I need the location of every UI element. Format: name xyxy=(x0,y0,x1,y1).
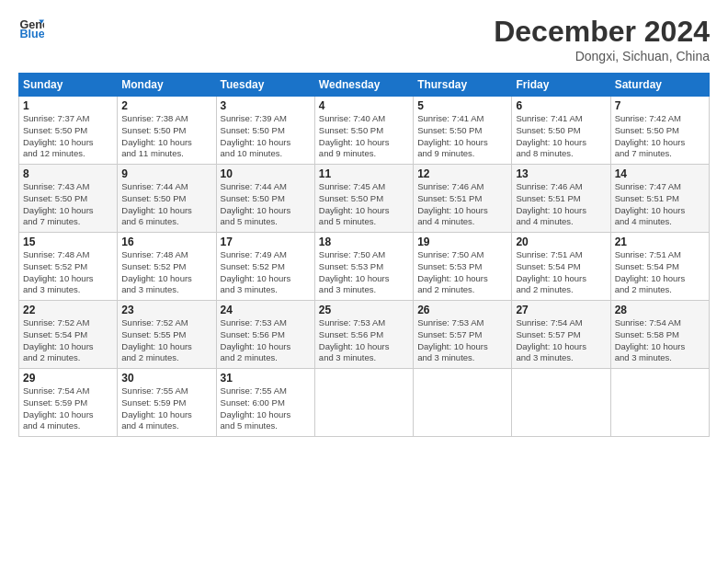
day-info: Sunrise: 7:44 AM Sunset: 5:50 PM Dayligh… xyxy=(121,181,211,228)
table-cell xyxy=(414,369,512,437)
day-info: Sunrise: 7:47 AM Sunset: 5:51 PM Dayligh… xyxy=(615,181,705,228)
day-info: Sunrise: 7:53 AM Sunset: 5:56 PM Dayligh… xyxy=(221,317,311,364)
day-info: Sunrise: 7:54 AM Sunset: 5:57 PM Dayligh… xyxy=(516,317,606,364)
day-info: Sunrise: 7:49 AM Sunset: 5:52 PM Dayligh… xyxy=(221,249,311,296)
table-cell: 17Sunrise: 7:49 AM Sunset: 5:52 PM Dayli… xyxy=(216,233,314,301)
day-number: 24 xyxy=(221,304,311,316)
day-number: 23 xyxy=(121,304,211,316)
day-info: Sunrise: 7:52 AM Sunset: 5:55 PM Dayligh… xyxy=(121,317,211,364)
calendar-row: 15Sunrise: 7:48 AM Sunset: 5:52 PM Dayli… xyxy=(19,233,710,301)
table-cell: 30Sunrise: 7:55 AM Sunset: 5:59 PM Dayli… xyxy=(118,369,216,437)
day-number: 18 xyxy=(319,236,409,248)
day-number: 11 xyxy=(319,167,409,180)
col-sunday: Sunday xyxy=(19,74,118,97)
day-number: 28 xyxy=(615,304,705,316)
day-info: Sunrise: 7:54 AM Sunset: 5:59 PM Dayligh… xyxy=(23,385,113,432)
calendar-row: 8Sunrise: 7:43 AM Sunset: 5:50 PM Daylig… xyxy=(19,165,710,233)
calendar-row: 1Sunrise: 7:37 AM Sunset: 5:50 PM Daylig… xyxy=(19,97,710,165)
table-cell: 5Sunrise: 7:41 AM Sunset: 5:50 PM Daylig… xyxy=(414,97,512,165)
table-cell: 26Sunrise: 7:53 AM Sunset: 5:57 PM Dayli… xyxy=(414,301,512,369)
day-info: Sunrise: 7:48 AM Sunset: 5:52 PM Dayligh… xyxy=(121,249,211,296)
day-info: Sunrise: 7:52 AM Sunset: 5:54 PM Dayligh… xyxy=(23,317,113,364)
table-cell: 29Sunrise: 7:54 AM Sunset: 5:59 PM Dayli… xyxy=(19,369,118,437)
day-number: 25 xyxy=(319,304,409,316)
day-number: 14 xyxy=(615,167,705,180)
col-friday: Friday xyxy=(512,74,610,97)
day-info: Sunrise: 7:41 AM Sunset: 5:50 PM Dayligh… xyxy=(417,113,507,160)
day-info: Sunrise: 7:51 AM Sunset: 5:54 PM Dayligh… xyxy=(516,249,606,296)
day-number: 15 xyxy=(23,236,113,248)
day-number: 20 xyxy=(516,236,606,248)
day-number: 4 xyxy=(319,99,409,112)
day-info: Sunrise: 7:55 AM Sunset: 6:00 PM Dayligh… xyxy=(221,385,311,432)
table-cell: 14Sunrise: 7:47 AM Sunset: 5:51 PM Dayli… xyxy=(610,165,709,233)
table-cell: 3Sunrise: 7:39 AM Sunset: 5:50 PM Daylig… xyxy=(216,97,314,165)
calendar-page: General Blue December 2024 Dongxi, Sichu… xyxy=(0,0,728,563)
day-info: Sunrise: 7:45 AM Sunset: 5:50 PM Dayligh… xyxy=(319,181,409,228)
day-number: 21 xyxy=(615,236,705,248)
col-tuesday: Tuesday xyxy=(216,74,314,97)
col-monday: Monday xyxy=(118,74,216,97)
table-cell: 27Sunrise: 7:54 AM Sunset: 5:57 PM Dayli… xyxy=(512,301,610,369)
day-info: Sunrise: 7:55 AM Sunset: 5:59 PM Dayligh… xyxy=(121,385,211,432)
table-cell: 24Sunrise: 7:53 AM Sunset: 5:56 PM Dayli… xyxy=(216,301,314,369)
day-number: 29 xyxy=(23,372,113,385)
day-number: 10 xyxy=(221,167,311,180)
day-number: 16 xyxy=(121,236,211,248)
day-number: 30 xyxy=(121,372,211,385)
col-saturday: Saturday xyxy=(610,74,709,97)
table-cell: 7Sunrise: 7:42 AM Sunset: 5:50 PM Daylig… xyxy=(610,97,709,165)
table-cell: 2Sunrise: 7:38 AM Sunset: 5:50 PM Daylig… xyxy=(118,97,216,165)
day-number: 1 xyxy=(23,99,113,112)
day-info: Sunrise: 7:41 AM Sunset: 5:50 PM Dayligh… xyxy=(516,113,606,160)
table-cell: 1Sunrise: 7:37 AM Sunset: 5:50 PM Daylig… xyxy=(19,97,118,165)
logo-icon: General Blue xyxy=(18,15,44,40)
table-cell: 22Sunrise: 7:52 AM Sunset: 5:54 PM Dayli… xyxy=(19,301,118,369)
col-wednesday: Wednesday xyxy=(314,74,413,97)
table-cell: 9Sunrise: 7:44 AM Sunset: 5:50 PM Daylig… xyxy=(118,165,216,233)
day-info: Sunrise: 7:37 AM Sunset: 5:50 PM Dayligh… xyxy=(23,113,113,160)
day-number: 13 xyxy=(516,167,606,180)
day-number: 9 xyxy=(121,167,211,180)
day-number: 12 xyxy=(417,167,507,180)
location: Dongxi, Sichuan, China xyxy=(494,49,710,63)
table-cell: 16Sunrise: 7:48 AM Sunset: 5:52 PM Dayli… xyxy=(118,233,216,301)
day-info: Sunrise: 7:42 AM Sunset: 5:50 PM Dayligh… xyxy=(615,113,705,160)
day-info: Sunrise: 7:51 AM Sunset: 5:54 PM Dayligh… xyxy=(615,249,705,296)
day-info: Sunrise: 7:43 AM Sunset: 5:50 PM Dayligh… xyxy=(23,181,113,228)
day-info: Sunrise: 7:48 AM Sunset: 5:52 PM Dayligh… xyxy=(23,249,113,296)
day-number: 27 xyxy=(516,304,606,316)
day-number: 8 xyxy=(23,167,113,180)
day-info: Sunrise: 7:50 AM Sunset: 5:53 PM Dayligh… xyxy=(319,249,409,296)
header-row: Sunday Monday Tuesday Wednesday Thursday… xyxy=(19,74,710,97)
table-cell: 20Sunrise: 7:51 AM Sunset: 5:54 PM Dayli… xyxy=(512,233,610,301)
header: General Blue December 2024 Dongxi, Sichu… xyxy=(18,15,710,63)
day-info: Sunrise: 7:46 AM Sunset: 5:51 PM Dayligh… xyxy=(516,181,606,228)
col-thursday: Thursday xyxy=(414,74,512,97)
day-number: 2 xyxy=(121,99,211,112)
table-cell xyxy=(610,369,709,437)
day-number: 17 xyxy=(221,236,311,248)
table-cell: 6Sunrise: 7:41 AM Sunset: 5:50 PM Daylig… xyxy=(512,97,610,165)
day-number: 3 xyxy=(221,99,311,112)
day-number: 19 xyxy=(417,236,507,248)
table-cell: 23Sunrise: 7:52 AM Sunset: 5:55 PM Dayli… xyxy=(118,301,216,369)
table-cell: 25Sunrise: 7:53 AM Sunset: 5:56 PM Dayli… xyxy=(314,301,413,369)
svg-text:Blue: Blue xyxy=(19,28,44,40)
day-info: Sunrise: 7:44 AM Sunset: 5:50 PM Dayligh… xyxy=(221,181,311,228)
day-info: Sunrise: 7:39 AM Sunset: 5:50 PM Dayligh… xyxy=(221,113,311,160)
table-cell: 18Sunrise: 7:50 AM Sunset: 5:53 PM Dayli… xyxy=(314,233,413,301)
table-cell: 28Sunrise: 7:54 AM Sunset: 5:58 PM Dayli… xyxy=(610,301,709,369)
table-cell: 8Sunrise: 7:43 AM Sunset: 5:50 PM Daylig… xyxy=(19,165,118,233)
logo: General Blue xyxy=(18,15,44,40)
table-cell: 21Sunrise: 7:51 AM Sunset: 5:54 PM Dayli… xyxy=(610,233,709,301)
day-number: 6 xyxy=(516,99,606,112)
table-cell: 19Sunrise: 7:50 AM Sunset: 5:53 PM Dayli… xyxy=(414,233,512,301)
day-info: Sunrise: 7:54 AM Sunset: 5:58 PM Dayligh… xyxy=(615,317,705,364)
table-cell xyxy=(314,369,413,437)
day-number: 31 xyxy=(221,372,311,385)
table-cell xyxy=(512,369,610,437)
day-number: 26 xyxy=(417,304,507,316)
title-block: December 2024 Dongxi, Sichuan, China xyxy=(494,15,710,63)
day-info: Sunrise: 7:53 AM Sunset: 5:56 PM Dayligh… xyxy=(319,317,409,364)
